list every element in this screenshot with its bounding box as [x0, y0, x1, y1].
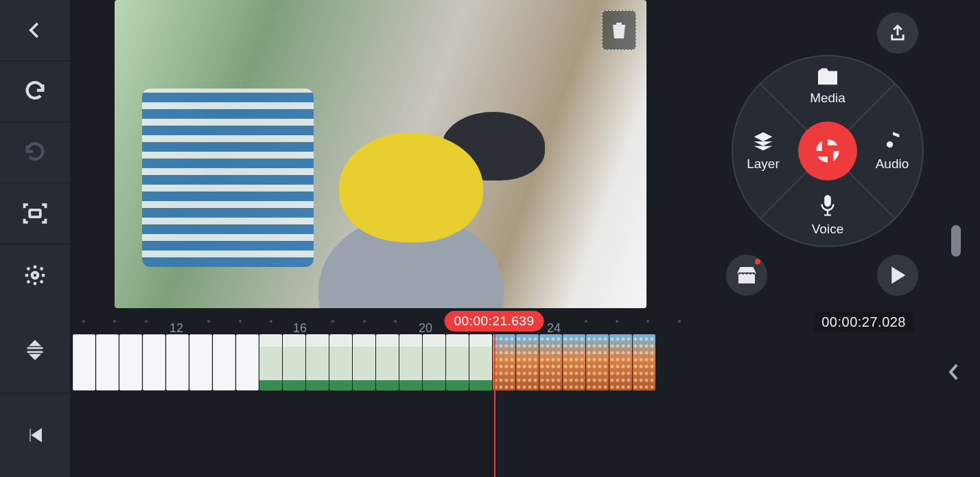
- clip-thumb[interactable]: [353, 334, 375, 391]
- store-icon: [736, 265, 758, 286]
- timeline[interactable]: 12162024 00:00:27.028 00:00:21.639: [70, 308, 980, 477]
- ruler-label: 20: [419, 321, 432, 336]
- preview-decor: [142, 89, 314, 267]
- clip-thumb[interactable]: [469, 334, 492, 391]
- chevron-left-icon: [25, 20, 45, 40]
- left-sidebar: [0, 0, 70, 308]
- clip-thumb[interactable]: [283, 334, 305, 391]
- clip-thumb[interactable]: [143, 334, 165, 391]
- clip-thumb[interactable]: [586, 334, 609, 391]
- panel-drag-handle[interactable]: [951, 225, 961, 257]
- clip-thumb[interactable]: [259, 334, 282, 391]
- play-icon: [889, 265, 907, 286]
- svg-point-1: [32, 272, 38, 278]
- play-button[interactable]: [877, 255, 918, 296]
- wheel-record-button[interactable]: [798, 121, 857, 181]
- chevron-left-icon: [947, 363, 959, 381]
- expand-tracks-icon: [23, 338, 47, 362]
- clip-thumb[interactable]: [493, 334, 515, 391]
- trash-icon: [611, 21, 627, 40]
- clip-thumb[interactable]: [609, 334, 632, 391]
- back-button[interactable]: [0, 0, 70, 61]
- timeline-collapse-button[interactable]: [944, 363, 962, 381]
- share-icon: [888, 23, 907, 43]
- playhead-time[interactable]: 00:00:21.639: [445, 311, 544, 331]
- gear-icon: [23, 264, 47, 287]
- clip-thumb[interactable]: [399, 334, 422, 391]
- total-duration: 00:00:27.028: [813, 312, 914, 332]
- timeline-start-button[interactable]: [0, 393, 70, 478]
- ruler-label: 16: [293, 321, 307, 336]
- clip-thumb[interactable]: [73, 334, 95, 391]
- clip-thumb[interactable]: [563, 334, 585, 391]
- svg-rect-0: [30, 210, 40, 217]
- clip-thumb[interactable]: [96, 334, 119, 391]
- clip-thumb[interactable]: [633, 334, 655, 391]
- clip-thumb[interactable]: [376, 334, 399, 391]
- redo-icon: [23, 141, 47, 164]
- clip-thumb[interactable]: [166, 334, 189, 391]
- video-preview[interactable]: [115, 0, 646, 308]
- clip-thumb[interactable]: [119, 334, 142, 391]
- playhead[interactable]: [494, 334, 495, 477]
- clip-thumb[interactable]: [516, 334, 539, 391]
- timeline-ruler[interactable]: 12162024 00:00:27.028 00:00:21.639: [70, 308, 980, 334]
- tool-wheel: Media Layer Audio Voice: [732, 55, 924, 247]
- wheel-layer-button[interactable]: [726, 115, 802, 190]
- preview-area: [70, 0, 714, 308]
- clip-thumb[interactable]: [306, 334, 329, 391]
- undo-icon: [23, 80, 47, 103]
- wheel-media-button[interactable]: [791, 49, 867, 125]
- ruler-label: 12: [170, 321, 183, 336]
- clip-thumb[interactable]: [446, 334, 469, 391]
- settings-button[interactable]: [0, 244, 70, 305]
- ruler-label: 24: [547, 321, 561, 336]
- clip-thumb[interactable]: [236, 334, 259, 391]
- share-button[interactable]: [877, 12, 918, 54]
- timeline-expand-button[interactable]: [0, 308, 70, 393]
- clip-thumb[interactable]: [329, 334, 352, 391]
- clip-thumb[interactable]: [539, 334, 562, 391]
- clip-thumb[interactable]: [213, 334, 235, 391]
- video-track[interactable]: [73, 334, 655, 391]
- clip-thumb[interactable]: [423, 334, 445, 391]
- skip-start-icon: [25, 426, 45, 445]
- shutter-icon: [814, 137, 841, 165]
- clip-thumb[interactable]: [189, 334, 212, 391]
- capture-button[interactable]: [0, 183, 70, 244]
- capture-icon: [23, 202, 47, 224]
- delete-clip-button[interactable]: [602, 10, 636, 50]
- tool-wheel-panel: Media Layer Audio Voice: [714, 0, 980, 308]
- store-button[interactable]: [726, 255, 767, 296]
- undo-button[interactable]: [0, 61, 70, 122]
- timeline-sidebar: [0, 308, 70, 477]
- wheel-voice-button[interactable]: [791, 177, 867, 253]
- redo-button[interactable]: [0, 122, 70, 183]
